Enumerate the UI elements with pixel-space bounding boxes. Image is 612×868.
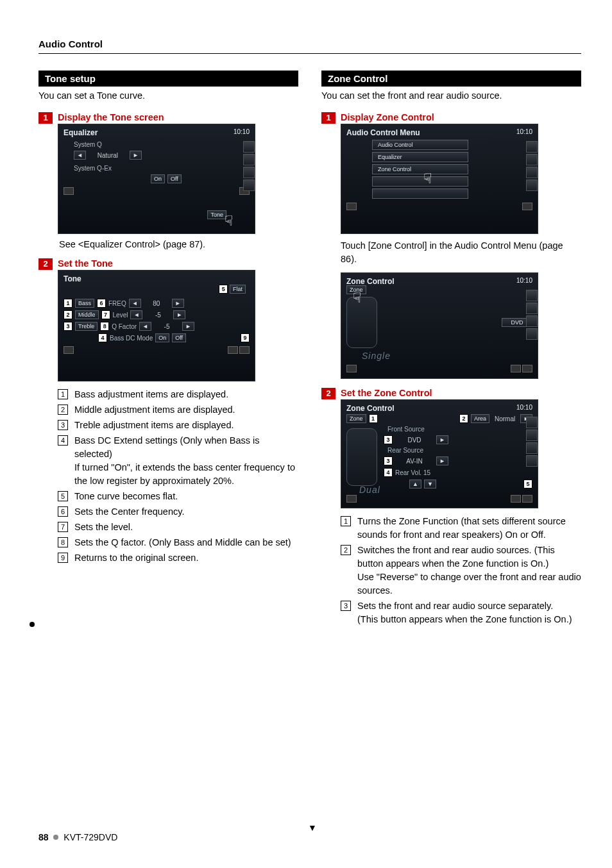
bass-button[interactable]: Bass [75,299,94,308]
nav-down-icon[interactable] [64,187,74,195]
side-icon[interactable] [243,141,255,153]
zone-caption: Touch [Zone Control] in the Audio Contro… [341,239,581,266]
side-icon[interactable] [243,154,255,165]
nav-up-icon[interactable] [522,365,532,372]
area-button[interactable]: Area [471,414,489,423]
equalizer-screenshot: Equalizer 10:10 System Q ◄ Natural ► Sys… [58,124,255,234]
return-icon[interactable] [511,365,521,372]
vol-down-button[interactable]: ▼ [424,480,436,488]
on-button[interactable]: On [151,174,165,183]
level-value: -5 [145,312,171,319]
prev-button[interactable]: ◄ [130,310,142,319]
list-num: 1 [341,516,351,526]
off-button[interactable]: Off [172,333,186,342]
bullet-dot [30,622,35,627]
nav-down-icon[interactable] [346,365,357,372]
callout-3: 3 [64,322,72,331]
systemqex-label: System Q-Ex [74,165,250,172]
nav-up-icon[interactable] [239,346,250,354]
list-num: 2 [58,405,68,415]
callout-2: 2 [64,310,72,319]
list-text: Sets the front and rear audio source sep… [357,599,572,626]
list-text: Bass DC Extend settings (Only when Bass … [74,434,298,488]
clock: 10:10 [516,404,532,413]
tone-intro: You can set a Tone curve. [38,90,298,101]
list-num: 8 [58,537,68,547]
mode-label: Dual [359,485,380,495]
car-icon [346,297,377,348]
return-icon[interactable] [228,346,238,354]
side-icon[interactable] [526,430,538,441]
callout-1: 1 [64,299,72,308]
nav-down-icon[interactable] [346,495,357,503]
eq-title: Equalizer [64,128,98,137]
list-num: 1 [58,389,68,399]
zone-control-screenshot-2: Zone Control 10:10 Zone 1 2 Area Normal … [341,399,538,508]
side-icon[interactable] [526,328,538,340]
on-button[interactable]: On [155,333,169,342]
menu-item-empty [372,188,468,199]
next-button[interactable]: ► [130,151,142,160]
nav-down-icon[interactable] [346,203,357,210]
list-num: 2 [341,545,351,555]
menu-item-zone-control[interactable]: Zone Control [372,164,468,174]
side-icon[interactable] [526,179,538,191]
callout-5: 5 [523,480,532,488]
return-icon[interactable] [511,495,521,503]
treble-button[interactable]: Treble [75,322,98,331]
side-icon[interactable] [526,303,538,314]
off-button[interactable]: Off [167,174,182,183]
model-name: KVT-729DVD [64,832,117,842]
qfactor-label: Q Factor [112,323,137,330]
right-column: Zone Control You can set the front and r… [321,71,581,628]
zone-control-screenshot-1: Zone Control 10:10 Zone ☟ DVD Single [341,272,538,379]
nav-up-icon[interactable] [522,203,532,210]
list-text: Turns the Zone Function (that sets diffe… [357,515,581,542]
side-icon[interactable] [526,167,538,178]
list-text: Returns to the original screen. [74,551,198,565]
next-button[interactable]: ► [182,322,194,331]
prev-button[interactable]: ◄ [129,299,141,308]
side-icon[interactable] [243,179,255,191]
clock: 10:10 [516,128,532,137]
side-icon[interactable] [526,141,538,153]
side-icon[interactable] [526,290,538,301]
prev-button[interactable]: ◄ [139,322,151,331]
callout-1: 1 [369,414,378,423]
next-button[interactable]: ► [173,310,185,319]
list-num: 7 [58,522,68,532]
step-title: Set the Tone [58,258,113,269]
side-icon[interactable] [526,154,538,165]
menu-item-equalizer[interactable]: Equalizer [372,152,468,162]
tone-button[interactable]: Tone [207,210,226,219]
next-button[interactable]: ► [172,299,184,308]
callout-4: 4 [98,333,107,342]
middle-button[interactable]: Middle [75,310,99,319]
next-button[interactable]: ► [436,435,448,444]
vol-up-button[interactable]: ▲ [409,480,421,488]
list-num: 5 [58,491,68,501]
side-icon[interactable] [526,315,538,327]
side-icon[interactable] [526,417,538,428]
side-icon[interactable] [526,455,538,467]
flat-button[interactable]: Flat [230,285,246,294]
left-column: Tone setup You can set a Tone curve. 1 D… [38,71,298,628]
menu-item-audio-control[interactable]: Audio Control [372,140,468,150]
step-number: 2 [321,388,336,399]
side-icons [526,417,539,467]
callout-5: 5 [219,285,228,294]
nav-down-icon[interactable] [64,346,74,354]
next-button[interactable]: ► [436,456,448,465]
side-icon[interactable] [526,442,538,454]
section-title: Audio Control [38,38,581,54]
clock: 10:10 [516,277,532,286]
nav-up-icon[interactable] [522,495,532,503]
level-label: Level [113,312,128,319]
prev-button[interactable]: ◄ [74,151,86,160]
callout-8: 8 [100,322,109,331]
callout-2: 2 [459,414,468,423]
callout-3: 3 [384,456,393,465]
step-number: 1 [321,112,336,124]
side-icon[interactable] [243,167,255,178]
zone-button[interactable]: Zone [346,414,366,423]
